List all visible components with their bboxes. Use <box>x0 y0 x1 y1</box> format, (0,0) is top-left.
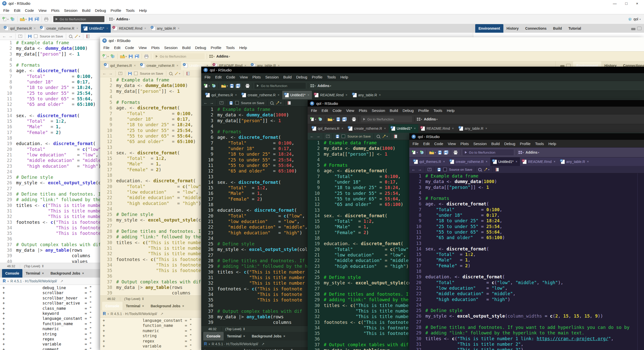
code-tools-button[interactable]: ▾ <box>382 134 388 138</box>
tab-close-icon[interactable]: × <box>307 93 309 97</box>
addins-button[interactable]: Addins ▾ <box>216 54 230 58</box>
search-icon[interactable] <box>478 168 481 171</box>
tab-close-icon[interactable]: × <box>142 304 144 308</box>
menu-item[interactable]: Debug <box>93 8 108 13</box>
addins-button[interactable]: Addins ▾ <box>424 117 437 121</box>
console-tab[interactable]: Console <box>203 332 224 340</box>
back-icon[interactable]: ← <box>204 101 208 105</box>
menu-item[interactable]: Debug <box>294 75 309 79</box>
save-button[interactable] <box>28 17 33 21</box>
print-button[interactable] <box>453 150 458 155</box>
menu-item[interactable]: View <box>446 142 458 146</box>
menu-item[interactable]: Help <box>137 8 149 13</box>
menu-item[interactable]: Tools <box>224 46 237 50</box>
tab-close-icon[interactable]: × <box>414 127 416 130</box>
menu-item[interactable]: File <box>410 142 421 146</box>
new-file-button[interactable]: ▾ <box>102 54 109 59</box>
tab-close-icon[interactable]: × <box>182 304 184 308</box>
minimize-pane-icon[interactable] <box>631 28 635 30</box>
console-tab[interactable]: Console <box>2 269 22 278</box>
tab-close-icon[interactable]: × <box>486 160 488 163</box>
menu-item[interactable]: Help <box>546 142 558 146</box>
menu-item[interactable]: Session <box>62 8 80 13</box>
open-file-button[interactable]: ▾ <box>120 55 127 58</box>
new-file-button[interactable]: ▾ <box>2 17 9 21</box>
restore-button[interactable]: □ <box>625 1 627 6</box>
goto-file-search[interactable]: Go to file/function <box>463 149 514 155</box>
goto-file-search[interactable]: Go to file/function <box>153 53 205 59</box>
environment-tab[interactable]: History <box>503 24 522 33</box>
new-file-button[interactable]: ▾ <box>204 83 210 88</box>
minimize-button[interactable]: — <box>613 1 617 6</box>
save-all-button[interactable] <box>236 83 240 88</box>
editor-tab[interactable]: any_table.R × <box>350 91 384 99</box>
tab-close-icon[interactable]: × <box>177 64 178 67</box>
save-all-button[interactable] <box>34 17 39 21</box>
environment-tab[interactable]: Tutorial <box>565 24 584 33</box>
tab-close-icon[interactable]: × <box>283 334 285 338</box>
panes-layout-button[interactable]: ▾ <box>209 55 215 58</box>
menu-item[interactable]: Profile <box>208 46 224 50</box>
editor-tab[interactable]: qol_themes.R × <box>310 124 346 133</box>
save-button[interactable] <box>438 150 442 155</box>
menu-item[interactable]: Edit <box>112 46 123 50</box>
search-icon[interactable] <box>270 101 273 105</box>
editor-tab[interactable]: create_rstheme.R × <box>346 124 388 133</box>
menu-item[interactable]: Tools <box>431 108 445 113</box>
goto-directory-icon[interactable]: ↗ <box>60 279 63 283</box>
forward-icon[interactable]: → <box>210 101 214 105</box>
menu-item[interactable]: Build <box>80 8 93 13</box>
menu-item[interactable]: Debug <box>400 108 416 113</box>
save-icon[interactable] <box>437 168 441 171</box>
editor-tab[interactable]: any_table.R × <box>457 124 490 133</box>
save-button[interactable] <box>129 54 133 59</box>
open-file-button[interactable]: ▾ <box>221 84 228 88</box>
tab-close-icon[interactable]: × <box>243 334 245 338</box>
menu-item[interactable]: Edit <box>12 8 23 13</box>
environment-tab[interactable]: Environment <box>475 24 503 33</box>
tab-close-icon[interactable]: × <box>379 93 381 97</box>
menu-item[interactable]: Code <box>224 75 237 79</box>
menu-item[interactable]: Build <box>387 108 400 113</box>
tab-close-icon[interactable]: × <box>486 127 487 130</box>
menu-item[interactable]: Tools <box>325 75 338 79</box>
panes-layout-button[interactable]: ▾ <box>417 118 422 121</box>
forward-icon[interactable]: → <box>316 134 320 139</box>
back-icon[interactable]: ← <box>412 167 416 172</box>
new-file-button[interactable]: ▾ <box>412 150 418 155</box>
tab-close-icon[interactable]: × <box>106 27 108 30</box>
new-project-button[interactable] <box>110 54 115 59</box>
goto-file-search[interactable]: Go to file/function <box>53 16 104 22</box>
tab-close-icon[interactable]: × <box>82 271 84 275</box>
menu-item[interactable]: Help <box>237 46 249 50</box>
console-tab[interactable]: Terminal × <box>22 269 47 278</box>
compile-notebook-icon[interactable] <box>287 101 291 105</box>
search-icon[interactable] <box>69 35 72 38</box>
print-button[interactable] <box>352 117 356 121</box>
console-tab[interactable]: Console <box>102 302 123 310</box>
save-button[interactable] <box>336 117 340 121</box>
new-project-button[interactable] <box>10 17 15 21</box>
search-icon[interactable] <box>377 135 380 138</box>
editor-tab[interactable]: create_rstheme.R × <box>38 24 81 33</box>
menu-item[interactable]: Session <box>162 46 180 50</box>
menu-item[interactable]: Plots <box>356 108 369 113</box>
tab-close-icon[interactable]: × <box>235 93 237 97</box>
open-in-new-window-icon[interactable]: ↗ <box>18 35 22 38</box>
panes-layout-button[interactable]: ▾ <box>518 151 524 154</box>
tab-close-icon[interactable]: × <box>515 160 517 163</box>
source-on-save-checkbox[interactable] <box>134 72 138 75</box>
new-project-button[interactable] <box>420 150 424 155</box>
source-on-save-checkbox[interactable] <box>235 101 239 105</box>
save-icon[interactable] <box>28 34 32 38</box>
compile-notebook-icon[interactable] <box>394 135 397 138</box>
menu-item[interactable]: Edit <box>319 108 330 113</box>
tab-close-icon[interactable]: × <box>34 27 35 30</box>
new-project-button[interactable] <box>212 83 216 88</box>
menu-item[interactable]: Help <box>338 75 350 79</box>
scope-selector[interactable]: (Top Level) ⇕ <box>120 297 144 301</box>
tab-close-icon[interactable]: × <box>178 27 180 30</box>
save-icon[interactable] <box>229 101 233 105</box>
console-tab[interactable]: Terminal × <box>123 302 147 310</box>
new-file-button[interactable]: ▾ <box>310 117 316 121</box>
